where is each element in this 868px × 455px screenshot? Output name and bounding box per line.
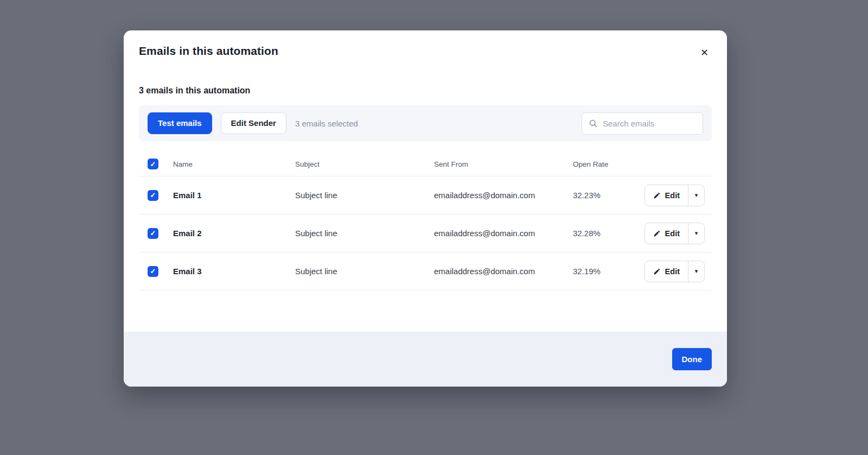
email-name: Email 3 — [173, 267, 295, 276]
edit-dropdown-caret[interactable]: ▾ — [688, 223, 704, 244]
edit-split-button: Edit ▾ — [644, 261, 705, 282]
table-row: ✓ Email 2 Subject line emailaddress@doma… — [139, 214, 712, 252]
email-count-subtitle: 3 emails in this automation — [124, 86, 727, 96]
edit-button[interactable]: Edit — [645, 261, 688, 282]
pencil-icon — [653, 268, 661, 275]
row-checkbox-cell: ✓ — [148, 190, 173, 201]
email-sent-from: emailaddress@domain.com — [434, 191, 573, 200]
search-icon — [589, 119, 598, 128]
row-actions: Edit ▾ — [637, 261, 712, 282]
pencil-icon — [653, 192, 661, 199]
edit-button-label: Edit — [665, 267, 680, 276]
column-header-open-rate: Open Rate — [573, 160, 637, 168]
table-row: ✓ Email 3 Subject line emailaddress@doma… — [139, 252, 712, 290]
email-name: Email 2 — [173, 229, 295, 238]
edit-button-label: Edit — [665, 191, 680, 200]
chevron-down-icon: ▾ — [695, 268, 698, 275]
done-button[interactable]: Done — [672, 348, 712, 370]
emails-table: ✓ Name Subject Sent From Open Rate ✓ Ema… — [139, 152, 712, 290]
search-emails-input[interactable] — [603, 119, 696, 128]
email-open-rate: 32.28% — [573, 229, 637, 238]
column-header-sent-from: Sent From — [434, 160, 573, 168]
chevron-down-icon: ▾ — [695, 192, 698, 199]
edit-split-button: Edit ▾ — [644, 185, 705, 206]
table-row: ✓ Email 1 Subject line emailaddress@doma… — [139, 176, 712, 214]
row-checkbox[interactable]: ✓ — [148, 228, 158, 239]
toolbar: Test emails Edit Sender 3 emails selecte… — [139, 105, 712, 141]
chevron-down-icon: ▾ — [695, 230, 698, 237]
email-subject: Subject line — [295, 229, 434, 238]
edit-button[interactable]: Edit — [645, 185, 688, 206]
select-all-checkbox[interactable]: ✓ — [148, 159, 158, 169]
emails-selected-text: 3 emails selected — [295, 119, 358, 128]
column-header-name: Name — [173, 160, 295, 168]
table-header-row: ✓ Name Subject Sent From Open Rate — [139, 152, 712, 176]
row-actions: Edit ▾ — [637, 223, 712, 244]
edit-dropdown-caret[interactable]: ▾ — [688, 261, 704, 282]
email-subject: Subject line — [295, 191, 434, 200]
email-subject: Subject line — [295, 267, 434, 276]
email-open-rate: 32.19% — [573, 267, 637, 276]
edit-button-label: Edit — [665, 229, 680, 238]
email-name: Email 1 — [173, 191, 295, 200]
edit-button[interactable]: Edit — [645, 223, 688, 244]
email-sent-from: emailaddress@domain.com — [434, 267, 573, 276]
row-checkbox-cell: ✓ — [148, 266, 173, 277]
row-checkbox-cell: ✓ — [148, 228, 173, 239]
edit-sender-button[interactable]: Edit Sender — [221, 112, 286, 135]
row-checkbox[interactable]: ✓ — [148, 190, 158, 201]
email-sent-from: emailaddress@domain.com — [434, 229, 573, 238]
pencil-icon — [653, 230, 661, 237]
modal-spacer — [124, 290, 727, 332]
column-header-subject: Subject — [295, 160, 434, 168]
email-open-rate: 32.23% — [573, 191, 637, 200]
modal-footer: Done — [124, 332, 727, 387]
header-checkbox-cell: ✓ — [148, 159, 173, 169]
edit-split-button: Edit ▾ — [644, 223, 705, 244]
row-actions: Edit ▾ — [637, 185, 712, 206]
close-icon[interactable]: ✕ — [698, 46, 711, 60]
row-checkbox[interactable]: ✓ — [148, 266, 158, 277]
edit-dropdown-caret[interactable]: ▾ — [688, 185, 704, 206]
test-emails-button[interactable]: Test emails — [148, 112, 212, 135]
emails-automation-modal: Emails in this automation ✕ 3 emails in … — [124, 30, 727, 387]
search-emails-box[interactable] — [582, 112, 703, 135]
page-overlay: Emails in this automation ✕ 3 emails in … — [0, 0, 868, 455]
modal-header: Emails in this automation ✕ — [124, 30, 727, 60]
modal-title: Emails in this automation — [139, 45, 278, 58]
